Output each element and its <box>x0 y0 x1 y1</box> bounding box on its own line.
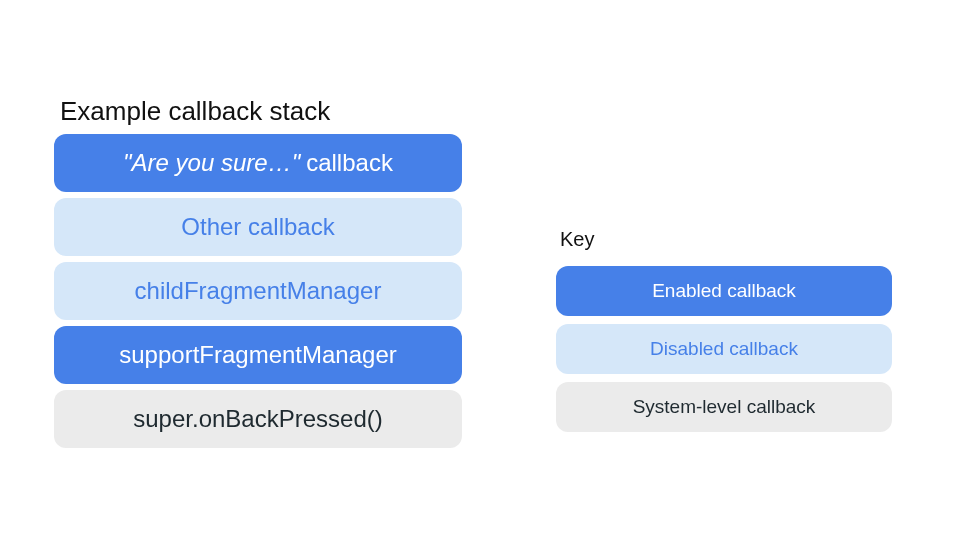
key-item-system: System-level callback <box>556 382 892 432</box>
stack-item-child-fragment-manager: childFragmentManager <box>54 262 462 320</box>
stack-item-are-you-sure-prefix: "Are you sure…" <box>123 149 306 177</box>
stack-item-super-onbackpressed: super.onBackPressed() <box>54 390 462 448</box>
key-title: Key <box>560 228 594 251</box>
stack-item-support-fragment-manager: supportFragmentManager <box>54 326 462 384</box>
stack-item-are-you-sure: "Are you sure…" callback <box>54 134 462 192</box>
key-item-enabled: Enabled callback <box>556 266 892 316</box>
stack-item-are-you-sure-suffix: callback <box>306 149 393 177</box>
key-legend: Enabled callback Disabled callback Syste… <box>556 266 892 432</box>
stack-title: Example callback stack <box>60 96 330 127</box>
key-item-disabled: Disabled callback <box>556 324 892 374</box>
stack-item-other-callback: Other callback <box>54 198 462 256</box>
callback-stack: "Are you sure…" callback Other callback … <box>54 134 462 448</box>
